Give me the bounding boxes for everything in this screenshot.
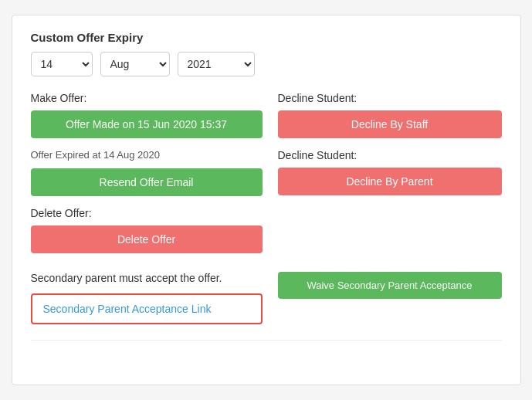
day-select[interactable]: 14 12345 678910 1112131516 1718192021 22… [31, 52, 93, 76]
waive-secondary-parent-button[interactable]: Waive Secondary Parent Acceptance [278, 272, 502, 299]
secondary-parent-link-box: Secondary Parent Acceptance Link [31, 293, 263, 324]
secondary-parent-acceptance-link[interactable]: Secondary Parent Acceptance Link [43, 303, 212, 315]
secondary-parent-right: Waive Secondary Parent Acceptance [278, 272, 502, 299]
secondary-parent-text: Secondary parent must accept the offer. [31, 272, 263, 284]
right-column: Decline Student: Decline By Staff Declin… [278, 92, 502, 264]
decline-by-parent-button[interactable]: Decline By Parent [278, 168, 502, 195]
custom-offer-expiry-label: Custom Offer Expiry [31, 31, 502, 44]
left-column: Make Offer: Offer Made on 15 Jun 2020 15… [31, 92, 263, 264]
delete-offer-button[interactable]: Delete Offer [31, 225, 263, 253]
date-row: 14 12345 678910 1112131516 1718192021 22… [31, 52, 502, 76]
decline-parent-label: Decline Student: [278, 149, 502, 161]
main-card: Custom Offer Expiry 14 12345 678910 1112… [12, 15, 521, 385]
main-two-col: Make Offer: Offer Made on 15 Jun 2020 15… [31, 92, 502, 264]
secondary-parent-section: Secondary parent must accept the offer. … [31, 272, 502, 324]
resend-offer-button[interactable]: Resend Offer Email [31, 168, 263, 196]
make-offer-label: Make Offer: [31, 92, 263, 104]
bottom-divider [31, 340, 502, 341]
offer-expired-text: Offer Expired at 14 Aug 2020 [31, 149, 263, 161]
decline-staff-label: Decline Student: [278, 92, 502, 104]
delete-offer-label: Delete Offer: [31, 207, 263, 219]
offer-made-button[interactable]: Offer Made on 15 Jun 2020 15:37 [31, 110, 263, 138]
decline-by-staff-button[interactable]: Decline By Staff [278, 110, 502, 138]
secondary-parent-left: Secondary parent must accept the offer. … [31, 272, 263, 324]
year-select[interactable]: 2020202120222023 [178, 52, 255, 76]
month-select[interactable]: JanFebMarApr MayJunJulAug SepOctNovDec [100, 52, 170, 76]
